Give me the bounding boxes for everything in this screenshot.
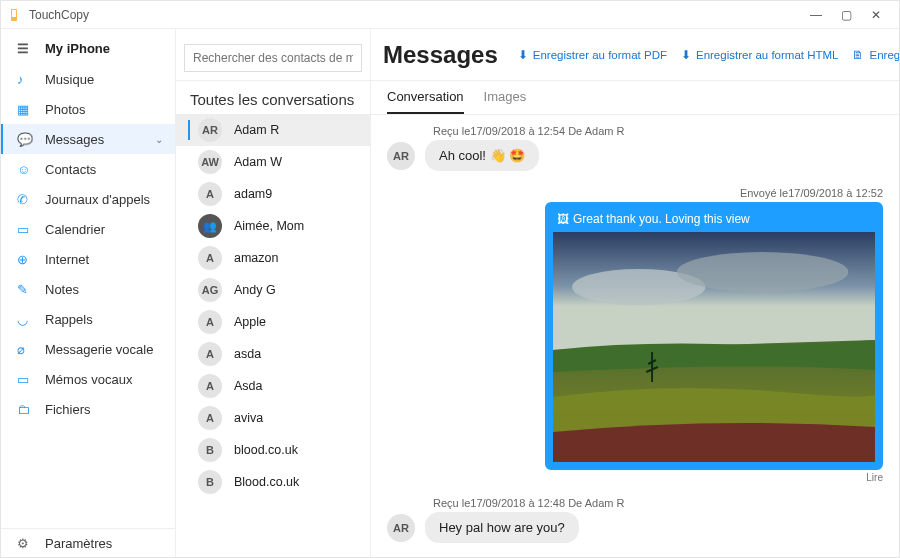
avatar: AG <box>198 278 222 302</box>
app-logo-icon <box>9 8 23 22</box>
svg-rect-1 <box>12 10 16 17</box>
conversation-name: Andy G <box>234 283 276 297</box>
conversation-item[interactable]: AApple <box>176 306 370 338</box>
avatar: A <box>198 374 222 398</box>
device-header[interactable]: ☰ My iPhone <box>1 29 175 64</box>
avatar: B <box>198 438 222 462</box>
sidebar-item-voice-memos[interactable]: ▭ Mémos vocaux <box>1 364 175 394</box>
message-meta: Reçu le17/09/2018 à 12:54 De Adam R <box>433 125 883 137</box>
bulb-icon: ◡ <box>17 312 35 327</box>
conversation-search[interactable] <box>184 44 362 72</box>
avatar: AR <box>387 142 415 170</box>
conversation-name: Apple <box>234 315 266 329</box>
window-close-button[interactable]: ✕ <box>861 8 891 22</box>
globe-icon: ⊕ <box>17 252 35 267</box>
sidebar-item-notes[interactable]: ✎ Notes <box>1 274 175 304</box>
svg-point-4 <box>677 252 848 292</box>
app-title: TouchCopy <box>29 8 89 22</box>
conversation-list[interactable]: ARAdam RAWAdam WAadam9👥Aimée, MomAamazon… <box>176 114 370 558</box>
search-input[interactable] <box>185 47 361 69</box>
conversation-name: amazon <box>234 251 278 265</box>
conversation-name: Adam R <box>234 123 279 137</box>
image-icon: 🖼 <box>557 212 569 226</box>
conversation-tabs: Conversation Images <box>371 81 899 115</box>
conversation-name: Aimée, Mom <box>234 219 304 233</box>
conversation-item[interactable]: Aaviva <box>176 402 370 434</box>
chevron-down-icon: ⌄ <box>155 134 163 145</box>
incoming-message: AR Hey pal how are you? <box>387 512 883 543</box>
sidebar-item-calendar[interactable]: ▭ Calendrier <box>1 214 175 244</box>
avatar: AR <box>387 514 415 542</box>
sidebar-item-music[interactable]: ♪ Musique <box>1 64 175 94</box>
music-icon: ♪ <box>17 72 35 87</box>
calendar-icon: ▭ <box>17 222 35 237</box>
save-html-button[interactable]: ⬇Enregistrer au format HTML <box>681 48 839 62</box>
conversation-name: Blood.co.uk <box>234 475 299 489</box>
message-meta: Envoyé le17/09/2018 à 12:52 <box>740 187 883 199</box>
sidebar-settings[interactable]: ⚙ Paramètres <box>1 528 175 558</box>
avatar: A <box>198 310 222 334</box>
avatar: AR <box>198 118 222 142</box>
conversation-item[interactable]: AWAdam W <box>176 146 370 178</box>
outgoing-message: Envoyé le17/09/2018 à 12:52 🖼Great thank… <box>387 187 883 483</box>
message-bubble: Ah cool! 👋 🤩 <box>425 140 539 171</box>
save-text-button[interactable]: 🗎Enregistrer en tant que texte <box>852 49 899 61</box>
photos-icon: ▦ <box>17 102 35 117</box>
pdf-icon: ⬇ <box>518 48 528 62</box>
avatar: 👥 <box>198 214 222 238</box>
sidebar: ☰ My iPhone ♪ Musique ▦ Photos 💬 Message… <box>1 29 176 558</box>
toolbar: Messages ⬇Enregistrer au format PDF ⬇Enr… <box>371 29 899 81</box>
html-icon: ⬇ <box>681 48 691 62</box>
conversation-name: aviva <box>234 411 263 425</box>
conversation-item[interactable]: AGAndy G <box>176 274 370 306</box>
conversation-name: blood.co.uk <box>234 443 298 457</box>
voicemail-icon: ⌀ <box>17 342 35 357</box>
menu-icon: ☰ <box>17 41 35 56</box>
notes-icon: ✎ <box>17 282 35 297</box>
avatar: A <box>198 406 222 430</box>
phone-icon: ✆ <box>17 192 35 207</box>
conversation-item[interactable]: 👥Aimée, Mom <box>176 210 370 242</box>
conversation-name: adam9 <box>234 187 272 201</box>
conversation-item[interactable]: AAsda <box>176 370 370 402</box>
conversation-item[interactable]: ARAdam R <box>176 114 370 146</box>
conversation-panel: Toutes les conversations ARAdam RAWAdam … <box>176 29 371 558</box>
photo-caption: 🖼Great thank you. Loving this view <box>553 210 875 232</box>
tab-conversation[interactable]: Conversation <box>387 89 464 114</box>
conversation-name: Adam W <box>234 155 282 169</box>
avatar: A <box>198 342 222 366</box>
main-panel: Messages ⬇Enregistrer au format PDF ⬇Enr… <box>371 29 899 558</box>
conversation-item[interactable]: Bblood.co.uk <box>176 434 370 466</box>
microphone-icon: ▭ <box>17 372 35 387</box>
window-maximize-button[interactable]: ▢ <box>831 8 861 22</box>
sidebar-item-voicemail[interactable]: ⌀ Messagerie vocale <box>1 334 175 364</box>
message-meta: Reçu le17/09/2018 à 12:48 De Adam R <box>433 497 883 509</box>
sidebar-item-reminders[interactable]: ◡ Rappels <box>1 304 175 334</box>
tab-images[interactable]: Images <box>484 89 527 114</box>
device-name: My iPhone <box>45 41 110 56</box>
contacts-icon: ☺ <box>17 162 35 177</box>
sidebar-item-contacts[interactable]: ☺ Contacts <box>1 154 175 184</box>
sidebar-item-messages[interactable]: 💬 Messages ⌄ <box>1 124 175 154</box>
sidebar-item-photos[interactable]: ▦ Photos <box>1 94 175 124</box>
messages-area[interactable]: Reçu le17/09/2018 à 12:54 De Adam R AR A… <box>371 115 899 558</box>
conversation-item[interactable]: Aadam9 <box>176 178 370 210</box>
window-minimize-button[interactable]: — <box>801 8 831 22</box>
photo-message-card[interactable]: 🖼Great thank you. Loving this view <box>545 202 883 470</box>
avatar: A <box>198 246 222 270</box>
sidebar-item-internet[interactable]: ⊕ Internet <box>1 244 175 274</box>
sidebar-item-files[interactable]: 🗀 Fichiers <box>1 394 175 424</box>
page-title: Messages <box>383 41 498 69</box>
save-pdf-button[interactable]: ⬇Enregistrer au format PDF <box>518 48 667 62</box>
conversation-name: Asda <box>234 379 263 393</box>
avatar: B <box>198 470 222 494</box>
conversation-item[interactable]: BBlood.co.uk <box>176 466 370 498</box>
conversation-item[interactable]: Aamazon <box>176 242 370 274</box>
message-photo <box>553 232 875 462</box>
messages-icon: 💬 <box>17 132 35 147</box>
titlebar: TouchCopy — ▢ ✕ <box>1 1 899 29</box>
sidebar-item-call-logs[interactable]: ✆ Journaux d'appels <box>1 184 175 214</box>
gear-icon: ⚙ <box>17 536 35 551</box>
text-icon: 🗎 <box>852 49 864 61</box>
conversation-item[interactable]: Aasda <box>176 338 370 370</box>
